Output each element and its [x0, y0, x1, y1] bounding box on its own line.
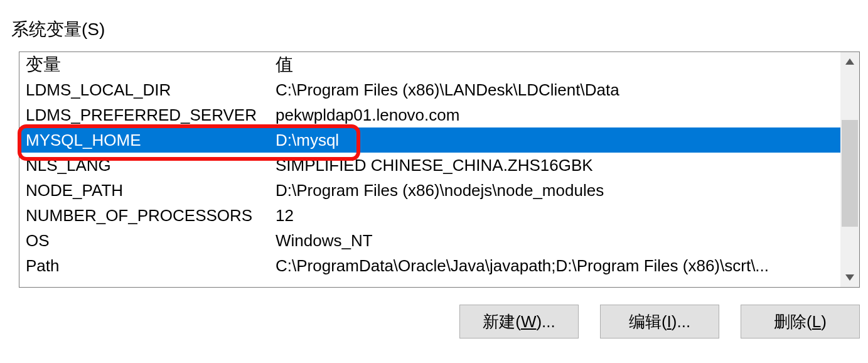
new-button-hotkey: W [521, 312, 537, 332]
cell-variable: OS [26, 231, 276, 251]
table-row[interactable]: MYSQL_HOMED:\mysql [19, 127, 840, 153]
edit-button[interactable]: 编辑(I)... [600, 305, 719, 339]
cell-variable: LDMS_LOCAL_DIR [26, 80, 276, 100]
delete-button-hotkey: L [812, 312, 821, 332]
scroll-up-icon[interactable] [840, 52, 859, 71]
cell-value: pekwpldap01.lenovo.com [276, 106, 840, 125]
cell-variable: NODE_PATH [26, 181, 276, 200]
edit-button-post: )... [672, 312, 690, 332]
cell-variable: MYSQL_HOME [26, 131, 276, 150]
scroll-thumb[interactable] [842, 120, 858, 227]
cell-value: D:\mysql [276, 131, 840, 150]
variables-list-inner: 变量 值 LDMS_LOCAL_DIRC:\Program Files (x86… [19, 52, 840, 287]
section-label: 系统变量(S) [11, 18, 105, 41]
buttons-row: 新建(W)... 编辑(I)... 删除(L) [0, 305, 868, 342]
table-row[interactable]: OSWindows_NT [19, 228, 840, 253]
cell-variable: NUMBER_OF_PROCESSORS [26, 206, 276, 225]
delete-button-post: ) [821, 312, 827, 332]
cell-value: D:\Program Files (x86)\nodejs\node_modul… [276, 181, 840, 200]
table-row[interactable]: LDMS_PREFERRED_SERVERpekwpldap01.lenovo.… [19, 102, 840, 127]
table-row[interactable]: LDMS_LOCAL_DIRC:\Program Files (x86)\LAN… [19, 77, 840, 102]
cell-value: C:\Program Files (x86)\LANDesk\LDClient\… [276, 80, 840, 100]
cell-value: C:\ProgramData\Oracle\Java\javapath;D:\P… [276, 256, 840, 276]
delete-button-pre: 删除( [774, 311, 812, 333]
list-header: 变量 值 [19, 52, 840, 77]
header-variable: 变量 [26, 53, 276, 77]
scrollbar[interactable] [840, 52, 859, 287]
cell-variable: NLS_LANG [26, 156, 276, 175]
table-row[interactable]: NLS_LANGSIMPLIFIED CHINESE_CHINA.ZHS16GB… [19, 153, 840, 178]
cell-variable: Path [26, 256, 276, 276]
header-value: 值 [276, 53, 840, 77]
edit-button-pre: 编辑( [629, 311, 667, 333]
cell-value: 12 [276, 206, 840, 225]
variables-list: 变量 值 LDMS_LOCAL_DIRC:\Program Files (x86… [19, 51, 860, 288]
scroll-down-icon[interactable] [840, 268, 859, 287]
table-row[interactable]: PathC:\ProgramData\Oracle\Java\javapath;… [19, 253, 840, 278]
new-button-pre: 新建( [483, 311, 521, 333]
delete-button[interactable]: 删除(L) [741, 305, 860, 339]
cell-value: Windows_NT [276, 231, 840, 251]
cell-value: SIMPLIFIED CHINESE_CHINA.ZHS16GBK [276, 156, 840, 175]
edit-button-hotkey: I [667, 312, 672, 332]
new-button-post: )... [536, 312, 555, 332]
cell-variable: LDMS_PREFERRED_SERVER [26, 106, 276, 125]
table-row[interactable]: NODE_PATHD:\Program Files (x86)\nodejs\n… [19, 178, 840, 203]
system-variables-panel: 系统变量(S) 变量 值 LDMS_LOCAL_DIRC:\Program Fi… [0, 0, 868, 363]
table-row[interactable]: NUMBER_OF_PROCESSORS12 [19, 203, 840, 228]
new-button[interactable]: 新建(W)... [459, 305, 579, 339]
